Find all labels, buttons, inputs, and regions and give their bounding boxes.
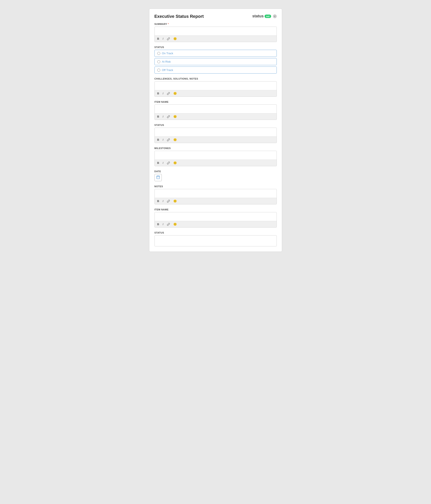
radio-at-risk-label: At Risk bbox=[162, 60, 171, 63]
item-name-2-italic-button[interactable]: I bbox=[162, 222, 164, 226]
radio-off-track[interactable] bbox=[157, 69, 160, 72]
status-radio-group: On Track At Risk Off Track bbox=[155, 50, 277, 73]
summary-label: SUMMARY* bbox=[155, 23, 277, 25]
modal-title: Executive Status Report bbox=[155, 14, 204, 19]
status-2-toolbar: B I 🙂 bbox=[155, 136, 276, 143]
status-2-editor: B I 🙂 bbox=[155, 128, 277, 143]
radio-at-risk[interactable] bbox=[157, 60, 160, 63]
status-label: STATUS bbox=[155, 46, 277, 48]
header-right: status net × bbox=[252, 14, 277, 18]
brand-text: status bbox=[252, 14, 264, 18]
item-name-1-section: ITEM NAME B I 🙂 bbox=[155, 101, 277, 120]
status-3-section: STATUS bbox=[155, 231, 277, 246]
notes-bold-button[interactable]: B bbox=[156, 199, 160, 203]
executive-status-report-modal: Executive Status Report status net × SUM… bbox=[149, 9, 282, 252]
milestones-link-button[interactable] bbox=[166, 161, 171, 165]
required-asterisk: * bbox=[168, 23, 169, 25]
status-2-link-button[interactable] bbox=[166, 138, 171, 142]
milestones-bold-button[interactable]: B bbox=[156, 161, 160, 165]
summary-input[interactable] bbox=[155, 27, 276, 35]
status-option-off-track[interactable]: Off Track bbox=[155, 66, 277, 73]
item-name-1-emoji-button[interactable]: 🙂 bbox=[173, 115, 178, 119]
challenges-emoji-button[interactable]: 🙂 bbox=[173, 91, 178, 95]
status-option-at-risk[interactable]: At Risk bbox=[155, 58, 277, 65]
challenges-bold-button[interactable]: B bbox=[156, 91, 160, 95]
status-2-bold-button[interactable]: B bbox=[156, 138, 160, 142]
item-name-1-editor: B I 🙂 bbox=[155, 104, 277, 120]
item-name-2-toolbar: B I 🙂 bbox=[155, 221, 276, 227]
item-name-1-italic-button[interactable]: I bbox=[162, 115, 164, 119]
notes-italic-button[interactable]: I bbox=[162, 199, 164, 203]
summary-bold-button[interactable]: B bbox=[156, 37, 160, 41]
item-name-1-bold-button[interactable]: B bbox=[156, 115, 160, 119]
item-name-2-editor: B I 🙂 bbox=[155, 212, 277, 227]
status-2-emoji-button[interactable]: 🙂 bbox=[173, 138, 178, 142]
summary-editor: B I 🙂 bbox=[155, 27, 277, 42]
status-brand: status net bbox=[252, 14, 271, 18]
milestones-input[interactable] bbox=[155, 151, 276, 160]
status-2-label: STATUS bbox=[155, 124, 277, 126]
notes-input[interactable] bbox=[155, 189, 276, 198]
status-section: STATUS On Track At Risk Off Track bbox=[155, 46, 277, 73]
notes-section: NOTES B I 🙂 bbox=[155, 185, 277, 204]
milestones-emoji-button[interactable]: 🙂 bbox=[173, 161, 178, 165]
status-2-italic-button[interactable]: I bbox=[162, 138, 164, 142]
status-3-input[interactable] bbox=[155, 235, 276, 246]
summary-link-button[interactable] bbox=[166, 37, 171, 41]
challenges-link-button[interactable] bbox=[166, 91, 171, 95]
item-name-2-link-button[interactable] bbox=[166, 222, 171, 226]
milestones-label: MILESTONES bbox=[155, 147, 277, 150]
item-name-2-label: ITEM NAME bbox=[155, 208, 277, 211]
radio-off-track-label: Off Track bbox=[162, 68, 173, 72]
challenges-input[interactable] bbox=[155, 81, 276, 90]
milestones-section: MILESTONES B I 🙂 bbox=[155, 147, 277, 166]
challenges-toolbar: B I 🙂 bbox=[155, 90, 276, 97]
svg-rect-0 bbox=[157, 176, 160, 179]
summary-italic-button[interactable]: I bbox=[162, 37, 164, 41]
brand-badge: net bbox=[265, 15, 271, 18]
notes-toolbar: B I 🙂 bbox=[155, 198, 276, 204]
item-name-1-toolbar: B I 🙂 bbox=[155, 113, 276, 120]
date-label: DATE bbox=[155, 170, 277, 173]
calendar-icon bbox=[156, 175, 160, 180]
item-name-2-emoji-button[interactable]: 🙂 bbox=[173, 222, 178, 226]
summary-toolbar: B I 🙂 bbox=[155, 35, 276, 42]
summary-emoji-button[interactable]: 🙂 bbox=[173, 37, 178, 41]
date-picker-button[interactable] bbox=[155, 174, 162, 181]
summary-section: SUMMARY* B I 🙂 bbox=[155, 23, 277, 42]
item-name-2-section: ITEM NAME B I 🙂 bbox=[155, 208, 277, 227]
milestones-toolbar: B I 🙂 bbox=[155, 160, 276, 166]
item-name-1-label: ITEM NAME bbox=[155, 101, 277, 103]
status-option-on-track[interactable]: On Track bbox=[155, 50, 277, 57]
milestones-editor: B I 🙂 bbox=[155, 151, 277, 166]
date-section: DATE bbox=[155, 170, 277, 181]
notes-emoji-button[interactable]: 🙂 bbox=[173, 199, 178, 203]
item-name-2-bold-button[interactable]: B bbox=[156, 222, 160, 226]
status-3-editor bbox=[155, 235, 277, 246]
status-2-section: STATUS B I 🙂 bbox=[155, 124, 277, 143]
item-name-2-input[interactable] bbox=[155, 212, 276, 221]
notes-link-button[interactable] bbox=[166, 199, 171, 203]
item-name-1-link-button[interactable] bbox=[166, 115, 171, 119]
challenges-section: CHALLENGES, SOLUTIONS, NOTES B I 🙂 bbox=[155, 77, 277, 97]
modal-header: Executive Status Report status net × bbox=[155, 14, 277, 19]
notes-editor: B I 🙂 bbox=[155, 189, 277, 204]
status-3-label: STATUS bbox=[155, 231, 277, 234]
challenges-editor: B I 🙂 bbox=[155, 81, 277, 97]
radio-on-track[interactable] bbox=[157, 52, 160, 55]
challenges-italic-button[interactable]: I bbox=[162, 91, 164, 95]
status-2-input[interactable] bbox=[155, 128, 276, 136]
notes-label: NOTES bbox=[155, 185, 277, 188]
milestones-italic-button[interactable]: I bbox=[162, 161, 164, 165]
radio-on-track-label: On Track bbox=[162, 52, 173, 55]
challenges-label: CHALLENGES, SOLUTIONS, NOTES bbox=[155, 77, 277, 80]
close-button[interactable]: × bbox=[273, 14, 277, 18]
item-name-1-input[interactable] bbox=[155, 105, 276, 113]
